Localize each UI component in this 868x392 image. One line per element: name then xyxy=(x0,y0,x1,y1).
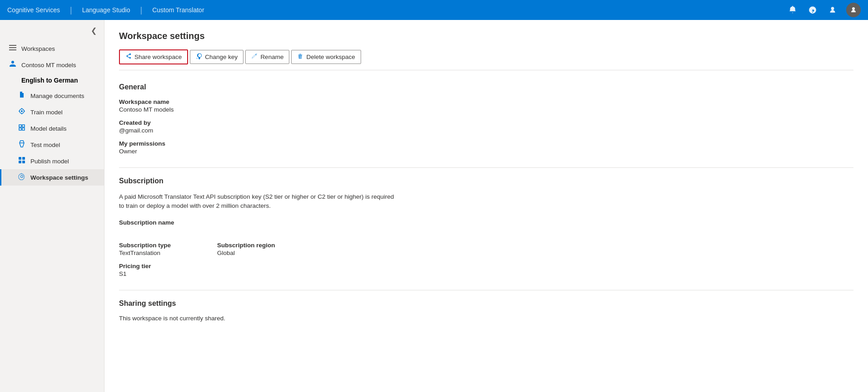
sharing-section: Sharing settings This workspace is not c… xyxy=(119,299,853,322)
rename-button[interactable]: Rename xyxy=(245,50,289,64)
change-key-button[interactable]: Change key xyxy=(190,50,243,64)
rename-label: Rename xyxy=(260,54,283,60)
svg-rect-4 xyxy=(21,95,23,96)
subscription-name-value xyxy=(119,227,853,234)
svg-rect-5 xyxy=(21,96,22,97)
sidebar-item-contoso-label: Contoso MT models xyxy=(21,62,76,69)
sidebar-item-english-german[interactable]: English to German xyxy=(0,73,104,88)
sidebar-item-manage-docs-label: Manage documents xyxy=(30,93,84,99)
top-navigation: Cognitive Services | Language Studio | C… xyxy=(0,0,868,20)
sidebar-nav: Workspaces Contoso MT models English to … xyxy=(0,39,104,187)
subscription-type-value: TextTranslation xyxy=(119,250,210,256)
workspaces-icon xyxy=(9,44,17,53)
svg-rect-12 xyxy=(22,161,25,163)
nav-separator-2: | xyxy=(140,5,143,15)
svg-rect-3 xyxy=(21,94,23,95)
permissions-value: Owner xyxy=(119,148,853,155)
sidebar: ❮ Workspaces Contoso MT models xyxy=(0,20,104,392)
sidebar-item-publish-model[interactable]: Publish model xyxy=(0,153,104,169)
divider-1 xyxy=(119,167,853,168)
sidebar-item-test-model[interactable]: Test model xyxy=(0,137,104,153)
subscription-type-label: Subscription type xyxy=(119,242,210,249)
collapse-sidebar-button[interactable]: ❮ xyxy=(89,24,99,37)
sidebar-item-workspace-settings[interactable]: Workspace settings xyxy=(0,169,104,186)
sidebar-item-test-model-label: Test model xyxy=(30,142,60,148)
page-title: Workspace settings xyxy=(119,31,853,41)
sidebar-item-publish-model-label: Publish model xyxy=(30,158,69,165)
sidebar-item-workspaces-label: Workspaces xyxy=(21,45,55,52)
delete-workspace-button[interactable]: Delete workspace xyxy=(291,50,361,64)
svg-rect-0 xyxy=(9,45,16,46)
sidebar-item-train-model-label: Train model xyxy=(30,109,63,116)
language-studio-link[interactable]: Language Studio xyxy=(82,6,130,14)
subscription-region-label: Subscription region xyxy=(217,242,308,249)
brand-links: Cognitive Services | Language Studio | C… xyxy=(7,5,204,15)
notifications-icon[interactable] xyxy=(786,4,799,16)
permissions-label: My permissions xyxy=(119,140,853,147)
subscription-title: Subscription xyxy=(119,177,853,185)
sidebar-item-model-details[interactable]: Model details xyxy=(0,120,104,137)
general-title: General xyxy=(119,83,853,91)
subscription-name-label: Subscription name xyxy=(119,219,853,226)
svg-rect-10 xyxy=(22,157,25,160)
subscription-section: Subscription A paid Microsoft Translator… xyxy=(119,177,853,277)
sidebar-item-english-german-label: English to German xyxy=(21,77,78,84)
manage-docs-icon xyxy=(18,91,26,100)
svg-rect-9 xyxy=(19,157,21,160)
workspace-settings-icon xyxy=(18,173,26,182)
nav-separator-1: | xyxy=(70,5,72,15)
general-section: General Workspace name Contoso MT models… xyxy=(119,83,853,155)
toolbar: Share workspace Change key Rename xyxy=(119,49,853,70)
model-details-icon xyxy=(18,124,26,133)
svg-rect-2 xyxy=(9,49,16,50)
svg-rect-11 xyxy=(19,161,21,163)
user-avatar[interactable] xyxy=(846,3,861,17)
share-workspace-button[interactable]: Share workspace xyxy=(119,49,188,64)
cognitive-services-link[interactable]: Cognitive Services xyxy=(7,6,60,14)
svg-rect-1 xyxy=(9,47,16,48)
sidebar-item-workspace-settings-label: Workspace settings xyxy=(30,174,88,181)
custom-translator-link[interactable]: Custom Translator xyxy=(152,6,204,14)
svg-point-7 xyxy=(21,110,23,112)
subscription-details-grid: Subscription type TextTranslation Subscr… xyxy=(119,242,853,263)
sidebar-item-workspaces[interactable]: Workspaces xyxy=(0,40,104,57)
main-content: Workspace settings Share workspace Chang… xyxy=(104,20,868,392)
delete-workspace-label: Delete workspace xyxy=(306,54,355,60)
help-icon[interactable] xyxy=(806,4,819,16)
change-key-label: Change key xyxy=(205,54,238,60)
publish-model-icon xyxy=(18,157,26,166)
workspace-name-value: Contoso MT models xyxy=(119,106,853,113)
key-icon xyxy=(196,53,202,61)
subscription-type-col: Subscription type TextTranslation xyxy=(119,242,210,263)
subscription-note: A paid Microsoft Translator Text API sub… xyxy=(119,192,401,211)
sharing-title: Sharing settings xyxy=(119,299,853,308)
rename-icon xyxy=(251,53,258,61)
subscription-region-col: Subscription region Global xyxy=(217,242,308,263)
account-icon[interactable] xyxy=(826,4,839,16)
sidebar-collapse-area: ❮ xyxy=(0,20,104,39)
subscription-region-value: Global xyxy=(217,250,308,256)
sidebar-item-model-details-label: Model details xyxy=(30,125,67,132)
train-model-icon xyxy=(18,108,26,117)
sidebar-item-contoso-mt[interactable]: Contoso MT models xyxy=(0,57,104,73)
share-icon xyxy=(125,53,132,61)
sidebar-item-manage-docs[interactable]: Manage documents xyxy=(0,88,104,104)
test-model-icon xyxy=(18,140,26,149)
created-by-label: Created by xyxy=(119,119,853,126)
nav-right-icons xyxy=(786,3,861,17)
share-workspace-label: Share workspace xyxy=(134,54,182,60)
created-by-value: @gmail.com xyxy=(119,127,853,134)
workspace-name-label: Workspace name xyxy=(119,98,853,105)
delete-icon xyxy=(297,53,303,61)
sharing-note: This workspace is not currently shared. xyxy=(119,315,853,322)
pricing-tier-value: S1 xyxy=(119,270,853,277)
divider-2 xyxy=(119,290,853,290)
contoso-mt-icon xyxy=(9,60,17,69)
pricing-tier-label: Pricing tier xyxy=(119,263,853,270)
app-layout: ❮ Workspaces Contoso MT models xyxy=(0,20,868,392)
sidebar-item-train-model[interactable]: Train model xyxy=(0,104,104,120)
